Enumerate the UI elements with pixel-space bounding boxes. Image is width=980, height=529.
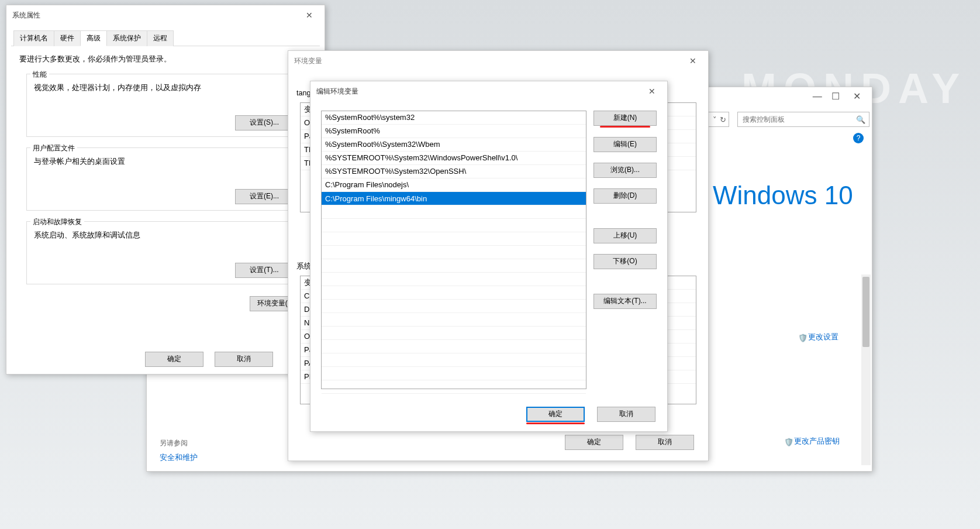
change-product-key-link[interactable]: 🛡️更改产品密钥 bbox=[784, 436, 840, 446]
see-also-label: 另请参阅 bbox=[160, 438, 188, 448]
security-maintenance-link[interactable]: 安全和维护 bbox=[160, 452, 198, 463]
search-input[interactable] bbox=[741, 115, 856, 124]
dialog-title: 编辑环境变量 bbox=[316, 87, 358, 97]
list-item[interactable]: %SYSTEMROOT%\System32\WindowsPowerShell\… bbox=[322, 152, 586, 165]
change-settings-link[interactable]: 🛡️更改设置 bbox=[798, 332, 838, 342]
tab-bar: 计算机名 硬件 高级 系统保护 远程 bbox=[11, 30, 320, 46]
new-button[interactable]: 新建(N) bbox=[593, 111, 657, 126]
list-item[interactable] bbox=[322, 353, 586, 367]
startup-recovery-title: 启动和故障恢复 bbox=[30, 217, 84, 227]
close-button[interactable]: ✕ bbox=[846, 90, 867, 102]
list-item[interactable] bbox=[322, 259, 586, 273]
list-item[interactable] bbox=[322, 367, 586, 380]
user-profile-title: 用户配置文件 bbox=[30, 143, 77, 153]
startup-recovery-settings-button[interactable]: 设置(T)... bbox=[235, 263, 294, 278]
list-item[interactable]: C:\Program Files\nodejs\ bbox=[322, 178, 586, 192]
tab-advanced[interactable]: 高级 bbox=[80, 30, 107, 46]
list-item[interactable] bbox=[322, 219, 586, 232]
dialog-title-bar: 系统属性 ✕ bbox=[6, 5, 325, 25]
list-item[interactable] bbox=[322, 327, 586, 340]
edit-cancel-button[interactable]: 取消 bbox=[597, 407, 655, 422]
list-item[interactable]: %SYSTEMROOT%\System32\OpenSSH\ bbox=[322, 165, 586, 178]
admin-note-label: 要进行大多数更改，你必须作为管理员登录。 bbox=[19, 54, 318, 64]
move-down-button[interactable]: 下移(O) bbox=[593, 254, 657, 269]
shield-icon: 🛡️ bbox=[798, 334, 806, 342]
list-item[interactable] bbox=[322, 380, 586, 394]
ok-button[interactable]: 确定 bbox=[145, 352, 203, 367]
list-item[interactable] bbox=[322, 246, 586, 259]
search-box[interactable]: 🔍 bbox=[737, 112, 869, 127]
vertical-scrollbar[interactable] bbox=[861, 274, 871, 465]
performance-settings-button[interactable]: 设置(S)... bbox=[235, 115, 294, 130]
address-chevron-icon: ˅ bbox=[710, 115, 719, 124]
startup-recovery-group: 启动和故障恢复 系统启动、系统故障和调试信息 设置(T)... bbox=[26, 221, 310, 284]
system-properties-dialog: 系统属性 ✕ 计算机名 硬件 高级 系统保护 远程 要进行大多数更改，你必须作为… bbox=[6, 5, 325, 375]
minimize-button[interactable]: — bbox=[809, 91, 826, 102]
performance-desc: 视觉效果，处理器计划，内存使用，以及虚拟内存 bbox=[34, 83, 303, 93]
close-icon[interactable]: ✕ bbox=[684, 54, 702, 67]
edit-environment-variable-dialog: 编辑环境变量 ✕ %SystemRoot%\system32 %SystemRo… bbox=[310, 81, 668, 432]
dialog-title: 环境变量 bbox=[294, 56, 322, 66]
tab-system-protection[interactable]: 系统保护 bbox=[106, 30, 147, 46]
user-profile-desc: 与登录帐户相关的桌面设置 bbox=[34, 157, 303, 167]
user-profile-group: 用户配置文件 与登录帐户相关的桌面设置 设置(E)... bbox=[26, 147, 310, 211]
performance-group: 性能 视觉效果，处理器计划，内存使用，以及虚拟内存 设置(S)... bbox=[26, 74, 310, 137]
list-item[interactable] bbox=[322, 300, 586, 313]
maximize-button[interactable]: ☐ bbox=[827, 91, 844, 102]
list-item[interactable] bbox=[322, 205, 586, 219]
list-item[interactable]: %SystemRoot%\System32\Wbem bbox=[322, 138, 586, 152]
edit-button[interactable]: 编辑(E) bbox=[593, 137, 657, 152]
shield-icon: 🛡️ bbox=[784, 438, 792, 446]
list-item-editing[interactable] bbox=[322, 192, 586, 205]
list-item[interactable]: %SystemRoot% bbox=[322, 125, 586, 138]
dialog-title-bar: 环境变量 ✕ bbox=[288, 51, 708, 71]
windows-brand-label: Windows 10 bbox=[713, 181, 853, 210]
edit-ok-button[interactable]: 确定 bbox=[526, 407, 585, 422]
list-item[interactable] bbox=[322, 340, 586, 353]
list-item[interactable] bbox=[322, 313, 586, 327]
path-entries-list[interactable]: %SystemRoot%\system32 %SystemRoot% %Syst… bbox=[321, 111, 586, 389]
attention-underline bbox=[600, 126, 650, 128]
close-icon[interactable]: ✕ bbox=[300, 9, 319, 22]
close-icon[interactable]: ✕ bbox=[643, 85, 661, 98]
startup-recovery-desc: 系统启动、系统故障和调试信息 bbox=[34, 231, 303, 241]
cancel-button[interactable]: 取消 bbox=[215, 352, 273, 367]
move-up-button[interactable]: 上移(U) bbox=[593, 228, 657, 243]
edit-text-button[interactable]: 编辑文本(T)... bbox=[593, 294, 657, 309]
attention-underline bbox=[526, 422, 585, 424]
list-item[interactable]: %SystemRoot%\system32 bbox=[322, 111, 586, 125]
list-item[interactable] bbox=[322, 273, 586, 286]
env-cancel-button[interactable]: 取消 bbox=[636, 435, 694, 450]
delete-button[interactable]: 删除(D) bbox=[593, 188, 657, 204]
help-icon[interactable]: ? bbox=[853, 133, 864, 143]
env-ok-button[interactable]: 确定 bbox=[565, 435, 623, 450]
dialog-title: 系统属性 bbox=[12, 11, 40, 20]
refresh-icon[interactable]: ↻ bbox=[719, 115, 727, 124]
path-edit-input[interactable] bbox=[325, 193, 582, 204]
tab-remote[interactable]: 远程 bbox=[147, 30, 174, 46]
performance-title: 性能 bbox=[30, 70, 49, 80]
list-item[interactable] bbox=[322, 286, 586, 300]
search-icon[interactable]: 🔍 bbox=[856, 115, 865, 124]
browse-button[interactable]: 浏览(B)... bbox=[593, 163, 657, 178]
tab-hardware[interactable]: 硬件 bbox=[54, 30, 81, 46]
address-refresh[interactable]: ˅ ↻ bbox=[708, 112, 729, 127]
window-controls: — ☐ ✕ bbox=[809, 90, 867, 102]
list-item[interactable] bbox=[322, 232, 586, 246]
dialog-title-bar: 编辑环境变量 ✕ bbox=[310, 81, 667, 101]
user-profile-settings-button[interactable]: 设置(E)... bbox=[235, 189, 294, 204]
tab-computer-name[interactable]: 计算机名 bbox=[13, 30, 54, 46]
